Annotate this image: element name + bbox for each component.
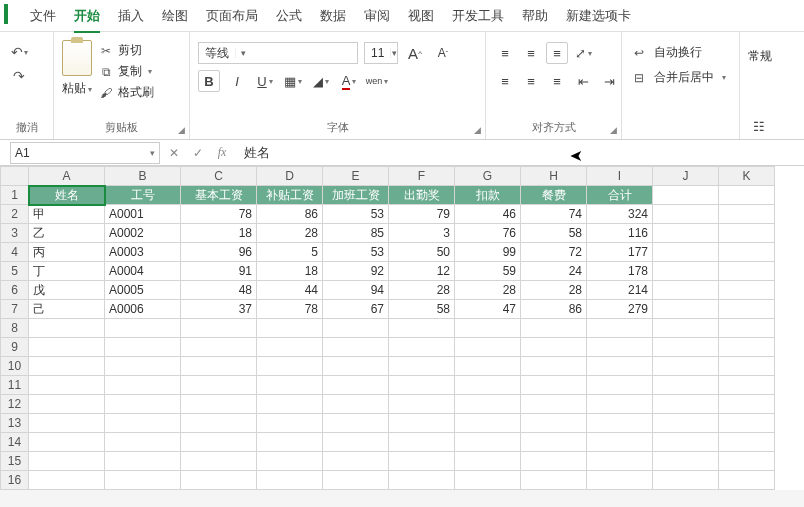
cell-H1[interactable]: 餐费 xyxy=(521,186,587,205)
cell-G12[interactable] xyxy=(455,395,521,414)
cell-J11[interactable] xyxy=(653,376,719,395)
cell-A16[interactable] xyxy=(29,471,105,490)
cell-E7[interactable]: 67 xyxy=(323,300,389,319)
font-dialog-launcher[interactable]: ◢ xyxy=(474,125,481,135)
cell-B5[interactable]: A0004 xyxy=(105,262,181,281)
cell-H8[interactable] xyxy=(521,319,587,338)
menu-绘图[interactable]: 绘图 xyxy=(162,7,188,25)
cell-C4[interactable]: 96 xyxy=(181,243,257,262)
cell-K14[interactable] xyxy=(719,433,775,452)
cell-G14[interactable] xyxy=(455,433,521,452)
cell-J1[interactable] xyxy=(653,186,719,205)
col-header-A[interactable]: A xyxy=(29,167,105,186)
cell-F9[interactable] xyxy=(389,338,455,357)
increase-indent-button[interactable]: ⇥ xyxy=(598,70,620,92)
cell-B4[interactable]: A0003 xyxy=(105,243,181,262)
cell-B7[interactable]: A0006 xyxy=(105,300,181,319)
cell-E10[interactable] xyxy=(323,357,389,376)
cell-J3[interactable] xyxy=(653,224,719,243)
cell-B3[interactable]: A0002 xyxy=(105,224,181,243)
cell-A5[interactable]: 丁 xyxy=(29,262,105,281)
cell-K5[interactable] xyxy=(719,262,775,281)
cell-H12[interactable] xyxy=(521,395,587,414)
cell-C2[interactable]: 78 xyxy=(181,205,257,224)
row-header-6[interactable]: 6 xyxy=(1,281,29,300)
cell-F10[interactable] xyxy=(389,357,455,376)
cell-C14[interactable] xyxy=(181,433,257,452)
cell-D3[interactable]: 28 xyxy=(257,224,323,243)
col-header-K[interactable]: K xyxy=(719,167,775,186)
row-header-9[interactable]: 9 xyxy=(1,338,29,357)
cell-D7[interactable]: 78 xyxy=(257,300,323,319)
col-header-F[interactable]: F xyxy=(389,167,455,186)
cell-B15[interactable] xyxy=(105,452,181,471)
cell-J12[interactable] xyxy=(653,395,719,414)
cell-I4[interactable]: 177 xyxy=(587,243,653,262)
font-name-combo[interactable]: 等线▾ xyxy=(198,42,358,64)
cell-J14[interactable] xyxy=(653,433,719,452)
cell-F3[interactable]: 3 xyxy=(389,224,455,243)
cell-G1[interactable]: 扣款 xyxy=(455,186,521,205)
cell-K11[interactable] xyxy=(719,376,775,395)
cell-K4[interactable] xyxy=(719,243,775,262)
cell-B8[interactable] xyxy=(105,319,181,338)
row-header-5[interactable]: 5 xyxy=(1,262,29,281)
underline-button[interactable]: U▾ xyxy=(254,70,276,92)
cell-D5[interactable]: 18 xyxy=(257,262,323,281)
row-header-4[interactable]: 4 xyxy=(1,243,29,262)
col-header-C[interactable]: C xyxy=(181,167,257,186)
cell-G16[interactable] xyxy=(455,471,521,490)
menu-开发工具[interactable]: 开发工具 xyxy=(452,7,504,25)
menu-新建选项卡[interactable]: 新建选项卡 xyxy=(566,7,631,25)
cell-I6[interactable]: 214 xyxy=(587,281,653,300)
cell-K8[interactable] xyxy=(719,319,775,338)
formula-content[interactable]: 姓名 xyxy=(234,144,804,162)
col-header-H[interactable]: H xyxy=(521,167,587,186)
cell-G10[interactable] xyxy=(455,357,521,376)
cell-G4[interactable]: 99 xyxy=(455,243,521,262)
align-middle-button[interactable]: ≡ xyxy=(520,42,542,64)
cell-J4[interactable] xyxy=(653,243,719,262)
cell-E3[interactable]: 85 xyxy=(323,224,389,243)
cell-D16[interactable] xyxy=(257,471,323,490)
cell-E16[interactable] xyxy=(323,471,389,490)
cell-I14[interactable] xyxy=(587,433,653,452)
row-header-10[interactable]: 10 xyxy=(1,357,29,376)
cell-C16[interactable] xyxy=(181,471,257,490)
menu-公式[interactable]: 公式 xyxy=(276,7,302,25)
cell-A3[interactable]: 乙 xyxy=(29,224,105,243)
col-header-D[interactable]: D xyxy=(257,167,323,186)
cell-E2[interactable]: 53 xyxy=(323,205,389,224)
cell-K16[interactable] xyxy=(719,471,775,490)
cell-B13[interactable] xyxy=(105,414,181,433)
cell-E11[interactable] xyxy=(323,376,389,395)
cell-H7[interactable]: 86 xyxy=(521,300,587,319)
italic-button[interactable]: I xyxy=(226,70,248,92)
menu-页面布局[interactable]: 页面布局 xyxy=(206,7,258,25)
cell-F7[interactable]: 58 xyxy=(389,300,455,319)
cell-A4[interactable]: 丙 xyxy=(29,243,105,262)
row-header-2[interactable]: 2 xyxy=(1,205,29,224)
bold-button[interactable]: B xyxy=(198,70,220,92)
cell-H3[interactable]: 58 xyxy=(521,224,587,243)
menu-开始[interactable]: 开始 xyxy=(74,7,100,25)
cell-F2[interactable]: 79 xyxy=(389,205,455,224)
cell-D4[interactable]: 5 xyxy=(257,243,323,262)
cell-D1[interactable]: 补贴工资 xyxy=(257,186,323,205)
cell-H13[interactable] xyxy=(521,414,587,433)
cell-H16[interactable] xyxy=(521,471,587,490)
row-header-15[interactable]: 15 xyxy=(1,452,29,471)
align-right-button[interactable]: ≡ xyxy=(546,70,568,92)
cell-A2[interactable]: 甲 xyxy=(29,205,105,224)
cell-I8[interactable] xyxy=(587,319,653,338)
cell-A7[interactable]: 己 xyxy=(29,300,105,319)
cell-H10[interactable] xyxy=(521,357,587,376)
cell-J7[interactable] xyxy=(653,300,719,319)
cell-H9[interactable] xyxy=(521,338,587,357)
cell-I10[interactable] xyxy=(587,357,653,376)
format-painter-button[interactable]: 🖌格式刷 xyxy=(98,84,154,101)
cell-C13[interactable] xyxy=(181,414,257,433)
cell-F14[interactable] xyxy=(389,433,455,452)
redo-button[interactable]: ↷ xyxy=(8,66,30,86)
cell-B16[interactable] xyxy=(105,471,181,490)
